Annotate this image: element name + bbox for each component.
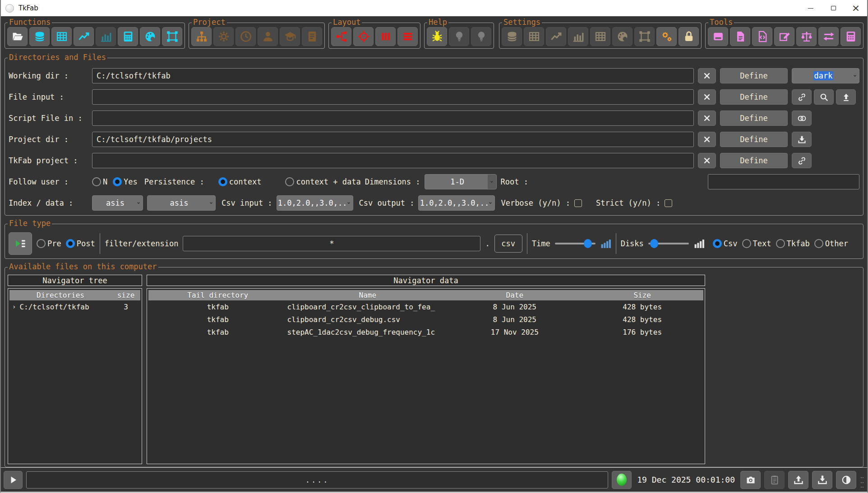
file-input-load-button[interactable] <box>836 89 856 105</box>
project-dir-import-button[interactable] <box>792 132 812 147</box>
settings-table-button[interactable] <box>524 27 544 46</box>
run-filter-button[interactable] <box>9 232 32 255</box>
tkfab-project-clear-button[interactable] <box>698 153 716 168</box>
import-button[interactable] <box>812 471 832 489</box>
status-led-button[interactable] <box>612 471 632 489</box>
tail-directory-column-header[interactable]: Tail directory <box>148 291 287 299</box>
hint-button-2[interactable] <box>471 27 491 46</box>
file-row[interactable]: tkfab stepAC_1dac2csv_debug_frequency_1c… <box>148 326 703 338</box>
tools-document-button[interactable] <box>730 27 750 46</box>
project-history-button[interactable] <box>235 27 256 46</box>
project-notes-button[interactable] <box>302 27 322 46</box>
canvas-group-button[interactable] <box>162 27 182 46</box>
date-column-header[interactable]: Date <box>448 291 581 299</box>
format-tkfab-radio[interactable]: Tkfab <box>776 239 810 248</box>
post-radio[interactable]: Post <box>66 239 95 248</box>
line-chart-button[interactable] <box>74 27 94 46</box>
command-input[interactable]: .... <box>26 471 608 488</box>
project-sitemap-button[interactable] <box>191 27 212 46</box>
root-input[interactable] <box>708 174 859 189</box>
working-dir-define-button[interactable]: Define <box>720 68 788 83</box>
format-csv-radio[interactable]: Csv <box>713 239 738 248</box>
format-text-radio[interactable]: Text <box>742 239 771 248</box>
file-input-clear-button[interactable] <box>698 89 716 105</box>
project-dir-clear-button[interactable] <box>698 132 716 147</box>
screenshot-button[interactable] <box>740 471 761 489</box>
file-input-define-button[interactable]: Define <box>720 89 788 105</box>
time-slider-knob[interactable] <box>584 239 592 248</box>
settings-palette-button[interactable] <box>612 27 633 46</box>
settings-grid-button[interactable] <box>590 27 610 46</box>
tools-edit-button[interactable] <box>774 27 794 46</box>
tree-row[interactable]: › C:/tclsoft/tkfab 3 <box>9 300 140 313</box>
run-button[interactable] <box>4 471 23 489</box>
settings-lock-button[interactable] <box>679 27 699 46</box>
settings-line-chart-button[interactable] <box>546 27 566 46</box>
minimize-button[interactable] <box>799 0 822 16</box>
layout-tree-button[interactable] <box>331 27 351 46</box>
project-dir-input[interactable]: C:/tclsoft/tkfab/projects <box>92 132 694 147</box>
file-input-input[interactable] <box>92 89 694 105</box>
directories-column-header[interactable]: Directories <box>9 291 111 299</box>
script-file-define-button[interactable]: Define <box>720 111 788 126</box>
table-button[interactable] <box>51 27 72 46</box>
database-button[interactable] <box>29 27 50 46</box>
dimensions-select[interactable]: 1-D <box>425 174 497 189</box>
calculator-button[interactable] <box>118 27 138 46</box>
data-select[interactable]: asis <box>147 195 216 211</box>
pre-radio[interactable]: Pre <box>37 239 61 248</box>
filter-input[interactable]: * <box>183 236 480 251</box>
working-dir-input[interactable]: C:/tclsoft/tkfab <box>92 68 694 83</box>
time-slider[interactable] <box>555 239 596 249</box>
tkfab-project-input[interactable] <box>92 153 694 168</box>
settings-bar-chart-button[interactable] <box>568 27 588 46</box>
persistence-context-data-radio[interactable]: context + data <box>285 177 360 186</box>
clipboard-button[interactable] <box>764 471 785 489</box>
persistence-context-radio[interactable]: context <box>218 177 262 186</box>
script-file-clear-button[interactable] <box>698 111 716 126</box>
index-select[interactable]: asis <box>92 195 143 211</box>
project-dir-define-button[interactable]: Define <box>720 132 788 147</box>
resize-grip[interactable] <box>860 476 864 492</box>
theme-select[interactable]: dark <box>792 68 859 83</box>
format-other-radio[interactable]: Other <box>814 239 848 248</box>
bar-chart-button[interactable] <box>96 27 116 46</box>
settings-gears-button[interactable] <box>656 27 677 46</box>
project-settings-button[interactable] <box>213 27 234 46</box>
script-file-toggle-button[interactable] <box>792 111 812 126</box>
tools-calculator-button[interactable] <box>840 27 861 46</box>
layout-center-button[interactable] <box>353 27 374 46</box>
disks-slider[interactable] <box>648 239 689 249</box>
tools-compare-button[interactable] <box>796 27 817 46</box>
disks-slider-knob[interactable] <box>650 239 658 248</box>
contrast-toggle-button[interactable] <box>836 471 856 489</box>
close-button[interactable]: × <box>845 0 867 16</box>
tools-script-button[interactable] <box>752 27 772 46</box>
layout-rows-button[interactable] <box>397 27 418 46</box>
project-learn-button[interactable] <box>280 27 300 46</box>
follow-no-radio[interactable]: N <box>92 177 109 186</box>
working-dir-clear-button[interactable] <box>698 68 716 83</box>
script-file-input[interactable] <box>92 111 694 126</box>
strict-checkbox[interactable] <box>665 199 672 207</box>
size-column-header[interactable]: size <box>111 291 140 299</box>
size-column-header[interactable]: Size <box>581 291 703 299</box>
maximize-button[interactable] <box>822 0 845 16</box>
project-user-button[interactable] <box>258 27 278 46</box>
palette-button[interactable] <box>140 27 160 46</box>
layout-columns-button[interactable] <box>375 27 396 46</box>
file-input-search-button[interactable] <box>814 89 834 105</box>
expander-icon[interactable]: › <box>12 303 16 310</box>
file-input-link-button[interactable] <box>792 89 812 105</box>
settings-database-button[interactable] <box>502 27 522 46</box>
export-button[interactable] <box>788 471 808 489</box>
extension-button[interactable]: csv <box>494 235 522 253</box>
file-row[interactable]: tkfab clipboard_cr2csv_debug.csv 8 Jun 2… <box>148 313 703 326</box>
name-column-header[interactable]: Name <box>287 291 448 299</box>
file-row[interactable]: tkfab clipboard_cr2csv_clipboard_to_fea_… <box>148 300 703 313</box>
tools-swap-button[interactable] <box>818 27 839 46</box>
verbose-checkbox[interactable] <box>574 199 582 207</box>
tools-window-button[interactable] <box>708 27 728 46</box>
tkfab-project-link-button[interactable] <box>792 153 812 168</box>
follow-yes-radio[interactable]: Yes <box>113 177 138 186</box>
